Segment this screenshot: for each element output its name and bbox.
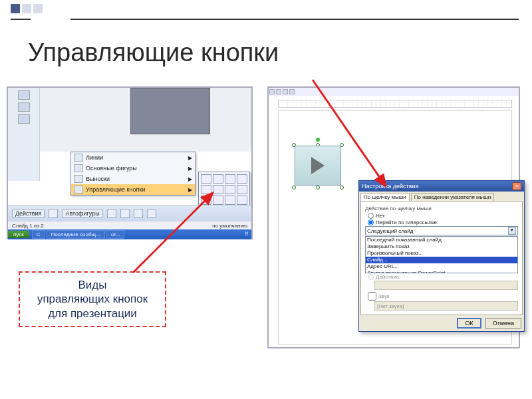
chevron-right-icon: ▶ (188, 176, 192, 182)
menu-item-basic-shapes[interactable]: Основные фигуры▶ (71, 163, 195, 174)
cancel-button[interactable]: Отмена (485, 318, 521, 329)
system-tray: ⠿ (242, 231, 251, 237)
drawing-toolbar: Действия Автофигуры (8, 205, 251, 221)
screenshot-left: Линии▶ Основные фигуры▶ Выноски▶ Управля… (7, 86, 253, 239)
left-slide-area (130, 88, 210, 134)
taskbar-button[interactable]: Последние сообщ... (47, 230, 105, 239)
title-rule-left (11, 19, 31, 20)
screenshot-right: Настройка действия × По щелчку мыши По н… (267, 86, 520, 348)
radio-label: Действие: (376, 274, 400, 280)
start-button[interactable]: пуск (8, 231, 29, 238)
caption-line: управляющих кнопок (37, 292, 148, 306)
action-buttons-palette[interactable] (198, 172, 250, 207)
tab-on-hover[interactable]: По наведении указателя мыши (411, 193, 495, 201)
menu-item-callouts[interactable]: Выноски▶ (71, 174, 195, 184)
hyperlink-dropdown-list[interactable]: Последний показанный слайд Завершить пок… (365, 236, 518, 273)
taskbar-button[interactable]: C (32, 230, 45, 239)
caption-line: для презентации (37, 307, 148, 321)
rotate-handle-icon[interactable] (316, 138, 320, 142)
list-item[interactable]: Произвольный показ... (366, 250, 517, 257)
title-rule (70, 19, 519, 20)
chevron-right-icon: ▶ (188, 187, 192, 193)
radio-none[interactable]: Нет (368, 213, 518, 219)
windows-taskbar: пуск C Последние сообщ... от... ⠿ (8, 229, 251, 239)
toolbar-autoshapes-button[interactable]: Автофигуры (62, 209, 102, 218)
list-item[interactable]: Адрес URL... (366, 263, 517, 270)
menu-item-lines[interactable]: Линии▶ (71, 152, 195, 163)
tab-on-click[interactable]: По щелчку мыши (360, 193, 410, 201)
radio-hyperlink[interactable]: Перейти по гиперссылке: (368, 219, 518, 225)
caption-line: Виды (37, 278, 148, 292)
slide-title: Управляющие кнопки (28, 39, 279, 67)
list-item[interactable]: Другая презентация PowerPoint... (366, 270, 517, 273)
right-toolbar (269, 88, 519, 96)
action-button-play[interactable] (295, 146, 341, 186)
menu-item-label: Основные фигуры (86, 165, 137, 172)
toolbar-actions-button[interactable]: Действия (12, 209, 45, 218)
menu-item-label: Управляющие кнопки (86, 186, 145, 193)
line-icon[interactable] (107, 209, 116, 218)
taskbar-button[interactable]: от... (106, 230, 125, 239)
hyperlink-combobox[interactable]: Следующий слайд ▾ (365, 226, 518, 235)
slide-corner-decor (11, 4, 43, 13)
menu-item-label: Выноски (86, 176, 110, 182)
dialog-buttons: ОК Отмена (359, 315, 524, 331)
resize-handle[interactable] (292, 186, 296, 190)
chevron-right-icon: ▶ (188, 155, 192, 161)
ruler-horizontal (278, 100, 512, 108)
radio-label: Нет (376, 213, 385, 219)
menu-item-action-buttons[interactable]: Управляющие кнопки▶ (71, 184, 195, 195)
chevron-down-icon[interactable]: ▾ (508, 227, 516, 235)
left-thumbnail-gutter (8, 88, 40, 181)
section-label: Действие по щелчку мыши (365, 205, 518, 211)
status-bar: Слайд 1 из 2 по умолчанию (8, 221, 251, 229)
oval-icon[interactable] (147, 209, 156, 218)
rect-icon[interactable] (134, 209, 143, 218)
list-item[interactable]: Завершить показ (366, 243, 517, 250)
dialog-titlebar: Настройка действия × (359, 181, 524, 192)
sound-field-disabled: [Нет звука] (374, 301, 518, 311)
checkbox-sound[interactable]: Звук (368, 292, 518, 301)
status-slide-number: Слайд 1 из 2 (12, 223, 44, 229)
list-item[interactable]: Слайд... (366, 257, 517, 263)
menu-item-label: Линии (86, 154, 103, 161)
pointer-icon[interactable] (49, 209, 58, 218)
list-item[interactable]: Последний показанный слайд (366, 237, 517, 243)
ok-button[interactable]: ОК (457, 318, 481, 329)
sound-value: [Нет звука] (377, 303, 404, 309)
autoshapes-submenu: Линии▶ Основные фигуры▶ Выноски▶ Управля… (70, 152, 196, 196)
close-icon[interactable]: × (512, 182, 521, 190)
resize-handle[interactable] (340, 186, 344, 190)
dialog-title-text: Настройка действия (362, 183, 418, 190)
play-triangle-icon (311, 157, 325, 174)
status-template: по умолчанию (212, 223, 247, 229)
arrow-icon[interactable] (120, 209, 130, 218)
action-settings-dialog: Настройка действия × По щелчку мыши По н… (358, 180, 525, 332)
combobox-value: Следующий слайд (367, 228, 413, 234)
action-field-disabled (374, 281, 518, 290)
caption-box: Виды управляющих кнопок для презентации (19, 271, 166, 327)
resize-handle[interactable] (316, 186, 320, 190)
radio-action: Действие: (368, 274, 518, 280)
chevron-right-icon: ▶ (188, 166, 192, 172)
radio-label: Перейти по гиперссылке: (376, 219, 438, 225)
right-slide-canvas: Настройка действия × По щелчку мыши По н… (278, 110, 512, 344)
checkbox-label: Звук (378, 293, 389, 299)
dialog-tabs: По щелчку мыши По наведении указателя мы… (359, 192, 524, 201)
left-slide-canvas (40, 88, 251, 152)
dialog-body: Действие по щелчку мыши Нет Перейти по г… (360, 201, 523, 315)
